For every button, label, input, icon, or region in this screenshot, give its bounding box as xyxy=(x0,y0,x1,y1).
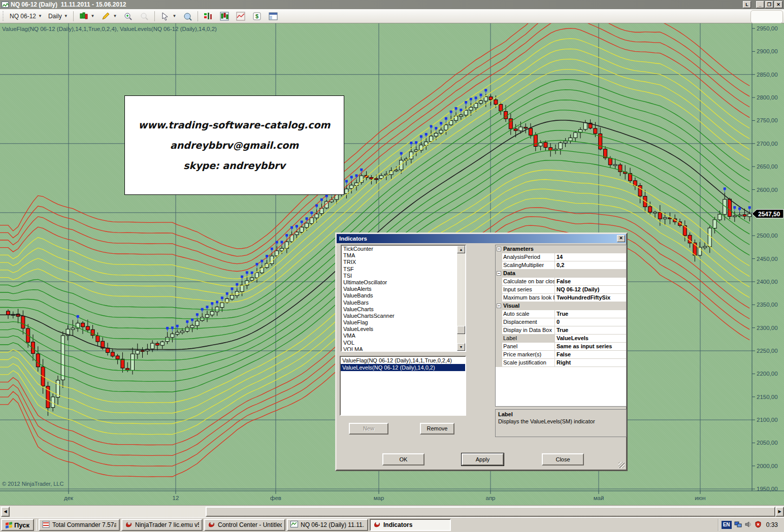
indicator-list-item[interactable]: TSF xyxy=(342,266,465,273)
property-row[interactable]: Calculate on bar closeFalse xyxy=(496,278,626,286)
resize-grip[interactable] xyxy=(618,462,625,468)
language-indicator[interactable]: EN xyxy=(722,521,732,529)
property-row[interactable]: Scale justificationRight xyxy=(496,359,626,367)
task-button[interactable]: Indicators xyxy=(370,519,451,531)
property-value[interactable]: NQ 06-12 (Daily) xyxy=(555,286,626,293)
scroll-left-button[interactable]: ◀ xyxy=(1,507,10,517)
new-button[interactable]: New xyxy=(349,423,388,435)
instrument-selector[interactable]: NQ 06-12▼ xyxy=(7,12,45,21)
collapse-icon[interactable]: − xyxy=(497,304,501,308)
indicator-list-item[interactable]: ValueBars xyxy=(342,300,465,306)
list-scrollbar[interactable]: ▲ ▼ xyxy=(457,246,465,351)
property-row[interactable]: Displacement0 xyxy=(496,318,626,326)
collapse-icon[interactable]: − xyxy=(497,271,501,276)
property-value[interactable]: False xyxy=(555,278,626,285)
area-chart-button[interactable] xyxy=(233,10,248,22)
property-value[interactable]: False xyxy=(555,351,626,358)
task-button[interactable]: Total Commander 7.57a ... xyxy=(39,519,120,531)
draw-tool-button[interactable]: ▼ xyxy=(98,10,119,22)
data-box-button[interactable] xyxy=(180,10,195,22)
clock[interactable]: 0:33 xyxy=(764,521,780,528)
zoom-out-button[interactable] xyxy=(137,10,152,22)
indicator-list-item[interactable]: ValueChartsScanner xyxy=(342,313,465,319)
candles-window-button[interactable] xyxy=(217,10,232,22)
property-group-row[interactable]: −Parameters xyxy=(496,245,626,253)
security-alert-icon[interactable] xyxy=(755,521,762,529)
apply-button[interactable]: Apply xyxy=(462,453,504,466)
indicator-list-item[interactable]: VOLMA xyxy=(342,346,465,352)
indicator-list-item[interactable]: TRIX xyxy=(342,259,465,265)
indicator-list-item[interactable]: VMA xyxy=(342,332,465,339)
network-icon[interactable] xyxy=(734,521,742,529)
scroll-thumb[interactable] xyxy=(457,326,465,334)
configured-indicator-item[interactable]: ValueLevels(NQ 06-12 (Daily),14,0,2) xyxy=(341,364,465,371)
scroll-right-button[interactable]: ▶ xyxy=(775,507,784,517)
candle-body xyxy=(554,149,558,150)
task-button[interactable]: NinjaTrader 7 lic.emu v5.06 xyxy=(121,519,203,531)
scroll-thumb[interactable] xyxy=(206,507,775,517)
ok-button[interactable]: OK xyxy=(382,453,424,466)
start-button[interactable]: Пуск xyxy=(1,519,34,531)
dialog-close-button[interactable]: ✕ xyxy=(617,235,625,242)
close-button[interactable]: ✕ xyxy=(774,1,782,8)
property-value[interactable]: 14 xyxy=(555,253,626,261)
indicator-list-item[interactable]: ValueCharts xyxy=(342,306,465,313)
candle-body xyxy=(195,321,199,325)
restore-button[interactable]: ❐ xyxy=(765,1,773,8)
volume-icon[interactable] xyxy=(745,521,752,529)
property-group-row[interactable]: −Data xyxy=(496,270,626,278)
available-indicators-list[interactable]: TickCounterTMATRIXTSFTSIUltimateOscillat… xyxy=(341,245,466,352)
flag-icon xyxy=(465,101,467,104)
zoom-in-button[interactable] xyxy=(120,10,136,22)
property-group-row[interactable]: −Visual xyxy=(496,302,626,310)
property-row[interactable]: ScalingMultiplier0,2 xyxy=(496,261,626,270)
dialog-close-action-button[interactable]: Close xyxy=(542,453,584,466)
property-value[interactable]: TwoHundredFiftySix xyxy=(555,294,626,302)
property-row[interactable]: Maximum bars look backTwoHundredFiftySix xyxy=(496,294,626,302)
property-value[interactable]: Right xyxy=(555,359,626,367)
property-row[interactable]: Display in Data BoxTrue xyxy=(496,326,626,335)
bar-chart-button[interactable] xyxy=(201,10,216,22)
indicator-list-item[interactable]: ValueAlerts xyxy=(342,286,465,292)
indicator-list-item[interactable]: UltimateOscillator xyxy=(342,279,465,286)
property-value[interactable]: 0 xyxy=(555,318,626,326)
panels-button[interactable] xyxy=(266,10,281,22)
period-selector[interactable]: Daily▼ xyxy=(46,12,71,21)
indicator-list-item[interactable]: TSI xyxy=(342,273,465,279)
scroll-up-button[interactable]: ▲ xyxy=(457,246,465,253)
configured-indicator-item[interactable]: ValueFlag(NQ 06-12 (Daily),14,1,True,0,2… xyxy=(341,357,465,364)
property-grid[interactable]: −ParametersAnalysisPeriod14ScalingMultip… xyxy=(495,245,627,407)
indicator-list-item[interactable]: ValueLevels xyxy=(342,326,465,332)
indicator-list-item[interactable]: TickCounter xyxy=(342,246,465,252)
chart-horizontal-scrollbar[interactable]: ◀ ▶ xyxy=(0,505,784,517)
account-button[interactable]: $ xyxy=(249,10,265,22)
indicator-list-item[interactable]: ValueBands xyxy=(342,292,465,299)
property-row[interactable]: Auto scaleTrue xyxy=(496,310,626,318)
property-row[interactable]: Price marker(s)False xyxy=(496,351,626,359)
dialog-title-bar[interactable]: Indicators ✕ xyxy=(337,234,626,243)
task-button[interactable]: Control Center - Untitled1 xyxy=(204,519,285,531)
scroll-down-button[interactable]: ▼ xyxy=(457,343,465,351)
toolbar-grip[interactable] xyxy=(2,11,5,21)
indicator-list-item[interactable]: VOL xyxy=(342,340,465,346)
property-value[interactable]: 0,2 xyxy=(555,261,626,269)
property-value[interactable]: ValueLevels xyxy=(555,335,626,342)
property-value[interactable]: True xyxy=(555,326,626,334)
property-value[interactable]: True xyxy=(555,310,626,318)
indicator-list-item[interactable]: TMA xyxy=(342,252,465,259)
property-row[interactable]: AnalysisPeriod14 xyxy=(496,253,626,261)
chart-style-button[interactable]: ▼ xyxy=(76,10,97,22)
minimize-button[interactable]: _ xyxy=(756,1,764,8)
indicator-list-item[interactable]: ValueFlag xyxy=(342,319,465,326)
property-row[interactable]: Input seriesNQ 06-12 (Daily) xyxy=(496,286,626,294)
property-row[interactable]: PanelSame as input series xyxy=(496,343,626,351)
task-button[interactable]: NQ 06-12 (Daily) 11.11.... xyxy=(287,519,368,531)
cursor-tool-button[interactable]: ▼ xyxy=(157,10,179,22)
property-value[interactable]: Same as input series xyxy=(555,343,626,350)
property-row[interactable]: LabelValueLevels xyxy=(496,335,626,343)
link-button[interactable]: L xyxy=(743,1,751,8)
configured-indicators-list[interactable]: ValueFlag(NQ 06-12 (Daily),14,1,True,0,2… xyxy=(340,356,466,416)
collapse-icon[interactable]: − xyxy=(497,247,501,251)
title-bar[interactable]: NQ 06-12 (Daily) 11.11.2011 - 15.06.2012… xyxy=(0,0,784,9)
remove-button[interactable]: Remove xyxy=(420,423,454,435)
